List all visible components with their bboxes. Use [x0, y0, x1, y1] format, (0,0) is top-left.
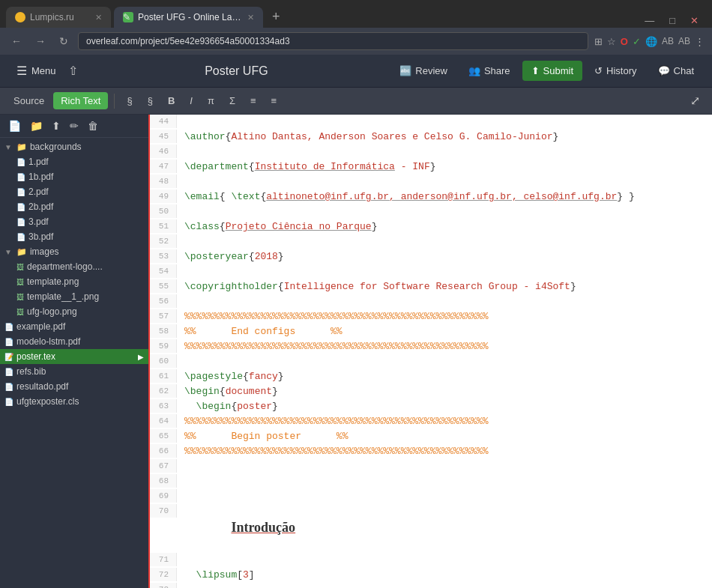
sidebar-item-dept-logo[interactable]: 🖼 department-logo.... — [12, 259, 148, 274]
line-number: 64 — [150, 414, 177, 428]
refresh-button[interactable]: ↻ — [55, 34, 72, 49]
line-number: 63 — [150, 399, 177, 413]
pdf-icon: 📄 — [16, 173, 25, 181]
line-number: 45 — [150, 130, 177, 143]
sidebar-item-images[interactable]: ▼ 📁 images — [0, 244, 148, 259]
sidebar-item-resultado-pdf[interactable]: 📄 resultado.pdf — [0, 379, 148, 394]
tab-overleaf[interactable]: ✎ Poster UFG - Online LaTeX Editor... ✕ — [114, 7, 263, 28]
vpn-icon: 🌐 — [645, 36, 657, 47]
new-tab-button[interactable]: + — [266, 6, 286, 28]
code-editor[interactable]: 44 45 \author{Altino Dantas, Anderson So… — [150, 115, 712, 588]
list-ordered-button[interactable]: ≡ — [244, 92, 262, 109]
sidebar-item-ufgtex-cls[interactable]: 📄 ufgtexposter.cls — [0, 394, 148, 409]
pdf-icon: 📄 — [4, 383, 13, 391]
line-number: 70 — [150, 504, 177, 518]
tab-lumpics[interactable]: Lumpics.ru ✕ — [6, 7, 111, 28]
new-folder-button[interactable]: 📁 — [26, 118, 46, 134]
sidebar-item-template1-png[interactable]: 🖼 template__1_.png — [12, 289, 148, 304]
sidebar-item-2pdf[interactable]: 📄 2.pdf — [12, 184, 148, 199]
history-button[interactable]: ↺ History — [585, 61, 645, 81]
expand-editor-button[interactable]: ⤢ — [686, 92, 705, 109]
sidebar-item-modelo-lstm[interactable]: 📄 modelo-lstm.pdf — [0, 334, 148, 349]
address-bar-input[interactable] — [78, 32, 588, 50]
chevron-right-icon: ▶ — [138, 353, 144, 361]
sidebar-item-3pdf[interactable]: 📄 3.pdf — [12, 214, 148, 229]
line-content: \class{Projeto Ciência no Parque} — [177, 219, 712, 234]
main-layout: 📄 📁 ⬆ ✏ 🗑 ▼ 📁 backgrounds 📄 1.pdf 📄 1b.p… — [0, 115, 712, 588]
file-label-poster-tex: poster.tex — [16, 351, 55, 362]
menu-button[interactable]: ☰ Menu — [9, 59, 64, 82]
sidebar-item-1pdf[interactable]: 📄 1.pdf — [12, 154, 148, 169]
editor-line-51: 51 \class{Projeto Ciência no Parque} — [150, 219, 712, 234]
pdf-icon: 📄 — [4, 338, 13, 346]
chat-label: Chat — [674, 65, 694, 76]
line-content — [177, 489, 712, 504]
new-file-button[interactable]: 📄 — [4, 118, 25, 134]
share-button[interactable]: 👥 Share — [459, 61, 519, 81]
chat-button[interactable]: 💬 Chat — [649, 61, 703, 81]
star-icon[interactable]: ☆ — [607, 36, 616, 47]
rich-text-mode-button[interactable]: Rich Text — [53, 92, 108, 109]
editor-line-61: 61 \pagestyle{fancy} — [150, 369, 712, 384]
editor-line-69: 69 — [150, 489, 712, 504]
sidebar-item-1bpdf[interactable]: 📄 1b.pdf — [12, 169, 148, 184]
sidebar-item-ufg-logo[interactable]: 🖼 ufg-logo.png — [12, 304, 148, 319]
line-number: 57 — [150, 309, 177, 323]
review-button[interactable]: 🔤 Review — [390, 61, 456, 81]
sidebar-item-3bpdf[interactable]: 📄 3b.pdf — [12, 229, 148, 244]
sigma-button[interactable]: Σ — [223, 92, 241, 109]
tab-close-lumpics[interactable]: ✕ — [95, 13, 102, 22]
review-icon: 🔤 — [399, 65, 411, 76]
img-icon: 🖼 — [16, 308, 24, 316]
sidebar-item-refs-bib[interactable]: 📄 refs.bib — [0, 364, 148, 379]
menu-dots-icon[interactable]: ⋮ — [695, 36, 705, 47]
cls-icon: 📄 — [4, 398, 13, 406]
tab-favicon-lumpics — [15, 12, 25, 22]
file-label-3pdf: 3.pdf — [28, 216, 49, 227]
editor-line-49: 49 \email{ \text{altinoneto@inf.ufg.br, … — [150, 190, 712, 204]
chat-icon: 💬 — [658, 65, 670, 76]
italic-button[interactable]: I — [184, 92, 199, 109]
browser-chrome: Lumpics.ru ✕ ✎ Poster UFG - Online LaTeX… — [0, 0, 712, 55]
file-label-2pdf: 2.pdf — [28, 187, 49, 197]
sidebar-item-example-pdf[interactable]: 📄 example.pdf — [0, 319, 148, 334]
rename-button[interactable]: ✏ — [66, 118, 82, 134]
tab-label-lumpics: Lumpics.ru — [30, 12, 74, 22]
source-mode-button[interactable]: Source — [7, 92, 50, 109]
upload-file-button[interactable]: ⬆ — [48, 118, 64, 134]
window-maximize[interactable]: □ — [665, 13, 680, 28]
section-button-1[interactable]: § — [121, 92, 138, 109]
line-content: %%%%%%%%%%%%%%%%%%%%%%%%%%%%%%%%%%%%%%%%… — [177, 414, 712, 429]
editor-line-64: 64 %%%%%%%%%%%%%%%%%%%%%%%%%%%%%%%%%%%%%… — [150, 414, 712, 429]
translate-icon[interactable]: ⊞ — [594, 36, 603, 47]
window-minimize[interactable]: — — [640, 13, 659, 28]
forward-button[interactable]: → — [31, 34, 49, 49]
window-close[interactable]: ✕ — [686, 13, 703, 28]
line-number: 65 — [150, 429, 177, 443]
bold-button[interactable]: B — [162, 92, 181, 109]
sidebar-item-poster-tex[interactable]: 📝 poster.tex ▶ — [0, 349, 148, 364]
images-children: 🖼 department-logo.... 🖼 template.png 🖼 t… — [0, 259, 148, 319]
tab-close-overleaf[interactable]: ✕ — [247, 13, 254, 22]
editor-line-65: 65 %% Begin poster %% — [150, 429, 712, 444]
submit-button[interactable]: ⬆ Submit — [522, 61, 582, 81]
sidebar-item-backgrounds[interactable]: ▼ 📁 backgrounds — [0, 139, 148, 154]
editor-line-58: 58 %% End configs %% — [150, 324, 712, 339]
sidebar-item-2bpdf[interactable]: 📄 2b.pdf — [12, 199, 148, 214]
line-number: 53 — [150, 249, 177, 263]
line-content: \posteryear{2018} — [177, 249, 712, 264]
line-number: 72 — [150, 568, 177, 581]
back-button[interactable]: ← — [7, 34, 25, 49]
section-button-2[interactable]: § — [142, 92, 159, 109]
address-bar-row: ← → ↻ ⊞ ☆ O ✓ 🌐 AB AB ⋮ — [0, 28, 712, 55]
delete-button[interactable]: 🗑 — [84, 118, 102, 134]
upload-button[interactable]: ⇧ — [64, 61, 82, 81]
list-unordered-button[interactable]: ≡ — [265, 92, 283, 109]
line-number: 55 — [150, 279, 177, 293]
editor-line-53: 53 \posteryear{2018} — [150, 249, 712, 264]
sidebar-item-template-png[interactable]: 🖼 template.png — [12, 274, 148, 289]
tab-label-overleaf: Poster UFG - Online LaTeX Editor... — [138, 12, 243, 22]
file-label-1pdf: 1.pdf — [28, 157, 49, 167]
pi-button[interactable]: π — [202, 92, 220, 109]
app-header: ☰ Menu ⇧ Poster UFG 🔤 Review 👥 Share ⬆ S… — [0, 55, 712, 88]
